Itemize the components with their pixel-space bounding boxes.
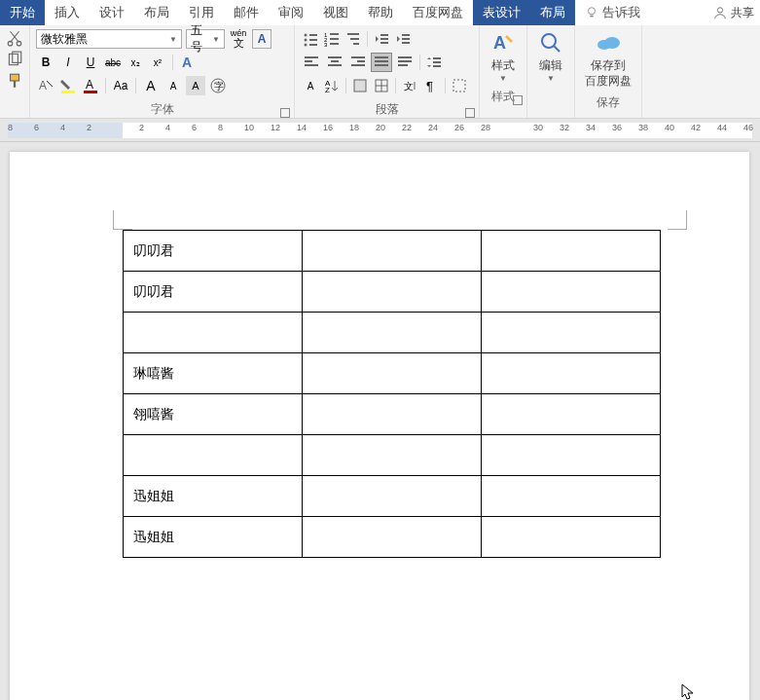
format-painter-icon[interactable] <box>6 72 23 90</box>
tab-help[interactable]: 帮助 <box>358 0 403 25</box>
table-row[interactable] <box>124 313 661 353</box>
tab-mailings[interactable]: 邮件 <box>224 0 269 25</box>
tellme[interactable]: 告诉我 <box>575 0 650 25</box>
table-cell[interactable] <box>303 272 482 313</box>
table-cell[interactable] <box>482 313 661 353</box>
align-justify-button[interactable] <box>371 53 392 72</box>
table-cell[interactable] <box>303 353 482 394</box>
borders-button[interactable] <box>372 76 391 95</box>
sort-button[interactable]: AZ <box>322 76 342 95</box>
align-right-button[interactable] <box>347 53 369 72</box>
increase-indent-button[interactable] <box>393 29 413 49</box>
table-cell[interactable] <box>303 231 482 272</box>
table-cell[interactable] <box>303 435 482 476</box>
bold-button[interactable]: B <box>36 53 55 72</box>
table-cell[interactable] <box>303 476 482 517</box>
ruler-tick: 42 <box>691 123 701 132</box>
table-row[interactable]: 叨叨君 <box>124 231 661 272</box>
tab-view[interactable]: 视图 <box>313 0 358 25</box>
ruler[interactable]: 8642246810121416182022242628303234363840… <box>0 119 760 142</box>
table-cell[interactable]: 翎嘻酱 <box>124 394 303 435</box>
decrease-indent-button[interactable] <box>372 29 391 49</box>
table-cell[interactable] <box>482 517 661 558</box>
snap-button[interactable] <box>450 76 469 95</box>
table-cell[interactable] <box>482 476 661 517</box>
char-shading-button[interactable]: A <box>186 76 205 95</box>
align-center-button[interactable] <box>324 53 345 72</box>
table-row[interactable] <box>124 435 661 476</box>
save-baidu-button[interactable]: 保存到 百度网盘 <box>575 25 641 92</box>
superscript-button[interactable]: x² <box>148 53 167 72</box>
table-cell[interactable] <box>482 231 661 272</box>
table-cell[interactable]: 叨叨君 <box>124 231 303 272</box>
subscript-button[interactable]: x₂ <box>126 53 145 72</box>
grow-font-button[interactable]: A <box>141 76 161 95</box>
styles-button[interactable]: A 样式 ▼ <box>480 25 526 87</box>
table-cell[interactable] <box>124 313 303 353</box>
share-button[interactable]: 共享 <box>707 0 760 25</box>
table-cell[interactable]: 琳嘻酱 <box>124 353 303 394</box>
table-cell[interactable]: 迅姐姐 <box>124 476 303 517</box>
paragraph-dialog-launcher[interactable] <box>465 108 475 118</box>
text-effects-button[interactable]: A <box>178 53 198 72</box>
table-row[interactable]: 琳嘻酱 <box>124 353 661 394</box>
char-border-button[interactable]: A <box>252 29 271 49</box>
numbering-button[interactable]: 123 <box>322 29 342 49</box>
clear-format-button[interactable]: A <box>36 76 55 95</box>
table-cell[interactable] <box>482 353 661 394</box>
table-cell[interactable] <box>124 435 303 476</box>
styles-dialog-launcher[interactable] <box>513 95 523 105</box>
svg-rect-16 <box>309 34 317 36</box>
ruler-tick: 4 <box>60 123 65 132</box>
editing-button[interactable]: 编辑 ▼ <box>527 25 574 87</box>
table-row[interactable]: 翎嘻酱 <box>124 394 661 435</box>
table-cell[interactable] <box>482 435 661 476</box>
phonetic-guide-button[interactable]: wén 文 <box>229 29 248 49</box>
table-cell[interactable]: 迅姐姐 <box>124 517 303 558</box>
table-cell[interactable]: 叨叨君 <box>124 272 303 313</box>
page[interactable]: 叨叨君叨叨君琳嘻酱翎嘻酱迅姐姐迅姐姐 <box>10 152 749 700</box>
text-direction-button[interactable]: 文 <box>400 76 419 95</box>
tab-home[interactable]: 开始 <box>0 0 45 25</box>
tab-insert[interactable]: 插入 <box>45 0 90 25</box>
font-size-combo[interactable]: 五号 ▼ <box>186 29 225 49</box>
font-name-combo[interactable]: 微软雅黑 ▼ <box>36 29 182 49</box>
multilevel-button[interactable] <box>344 29 363 49</box>
table-cell[interactable] <box>303 394 482 435</box>
tab-layout[interactable]: 布局 <box>134 0 179 25</box>
font-dialog-launcher[interactable] <box>280 108 290 118</box>
italic-button[interactable]: I <box>58 53 78 72</box>
underline-button[interactable]: U <box>81 53 100 72</box>
strike-button[interactable]: abc <box>103 53 123 72</box>
table-row[interactable]: 迅姐姐 <box>124 476 661 517</box>
table-cell[interactable] <box>482 272 661 313</box>
change-case-button[interactable]: Aa <box>111 76 130 95</box>
highlight-button[interactable] <box>58 76 78 95</box>
align-left-button[interactable] <box>301 53 322 72</box>
shading-button[interactable] <box>350 76 370 95</box>
shrink-font-button[interactable]: A <box>163 76 183 95</box>
tab-table-layout[interactable]: 布局 <box>530 0 575 25</box>
table-row[interactable]: 迅姐姐 <box>124 517 661 558</box>
font-color-button[interactable]: A <box>81 76 100 95</box>
chevron-down-icon: ▼ <box>169 35 177 44</box>
align-distribute-button[interactable] <box>394 53 416 72</box>
document-table[interactable]: 叨叨君叨叨君琳嘻酱翎嘻酱迅姐姐迅姐姐 <box>123 230 661 558</box>
ruler-tick: 28 <box>481 123 490 132</box>
show-marks-button[interactable]: ¶ <box>421 76 441 95</box>
tab-table-design[interactable]: 表设计 <box>473 0 530 25</box>
document-area[interactable]: 叨叨君叨叨君琳嘻酱翎嘻酱迅姐姐迅姐姐 <box>0 142 760 700</box>
copy-icon[interactable] <box>6 51 23 68</box>
tab-review[interactable]: 审阅 <box>269 0 313 25</box>
tab-baidu[interactable]: 百度网盘 <box>403 0 473 25</box>
cut-icon[interactable] <box>6 29 23 47</box>
bullets-button[interactable] <box>301 29 320 49</box>
table-cell[interactable] <box>303 313 482 353</box>
table-row[interactable]: 叨叨君 <box>124 272 661 313</box>
asian-layout-button[interactable]: A <box>301 76 320 95</box>
tab-design[interactable]: 设计 <box>90 0 134 25</box>
table-cell[interactable] <box>303 517 482 558</box>
table-cell[interactable] <box>482 394 661 435</box>
line-spacing-button[interactable] <box>424 53 444 72</box>
enclose-char-button[interactable]: 字 <box>208 76 228 95</box>
